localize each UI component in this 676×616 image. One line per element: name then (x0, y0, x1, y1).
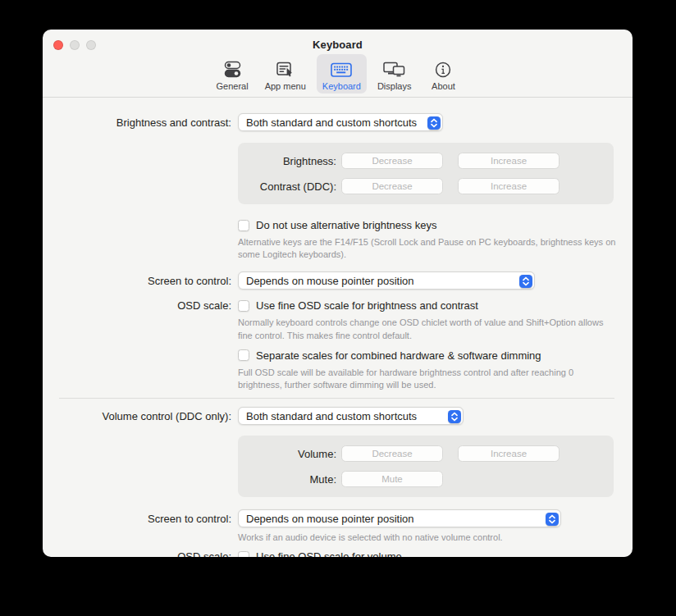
volume-key-label: Volume: (238, 448, 336, 460)
brightness-shortcuts-value: Both standard and custom shortcuts (246, 116, 417, 129)
keyboard-pane: Brightness and contrast: Both standard a… (43, 98, 633, 557)
brightness-screen-label: Screen to control: (43, 275, 231, 287)
brightness-shortcut-group: Brightness: Decrease Increase Contrast (… (238, 143, 614, 204)
volume-shortcuts-dropdown[interactable]: Both standard and custom shortcuts (238, 407, 464, 425)
mute-button[interactable]: Mute (341, 471, 443, 487)
volume-screen-row: Screen to control: Depends on mouse poin… (43, 509, 633, 527)
brightness-screen-dropdown[interactable]: Depends on mouse pointer position (238, 271, 535, 290)
brightness-osd-row: OSD scale: Use fine OSD scale for bright… (43, 299, 633, 312)
tab-general-label: General (217, 81, 249, 91)
chevron-updown-icon (427, 116, 441, 130)
info-icon (434, 59, 452, 80)
brightness-osd-label: OSD scale: (43, 299, 231, 312)
brightness-key-label: Brightness: (238, 155, 336, 167)
volume-osd-row: OSD scale: Use fine OSD scale for volume (43, 550, 633, 557)
toggles-icon (222, 59, 243, 80)
tab-keyboard-label: Keyboard (322, 81, 361, 91)
fine-osd-volume-checkbox[interactable] (238, 551, 249, 557)
contrast-increase-button[interactable]: Increase (458, 178, 560, 194)
alt-brightness-keys-label: Do not use alternative brightness keys (256, 219, 436, 231)
chevron-updown-icon (448, 410, 461, 423)
titlebar: Keyboard (43, 30, 633, 52)
tab-displays-label: Displays (377, 81, 412, 91)
brightness-screen-row: Screen to control: Depends on mouse poin… (43, 271, 633, 290)
fine-osd-brightness-help: Normally keyboard controls change one OS… (238, 317, 617, 341)
chevron-updown-icon (546, 513, 559, 526)
tab-general[interactable]: General (211, 54, 254, 94)
brightness-screen-value: Depends on mouse pointer position (246, 275, 414, 287)
volume-shortcuts-row: Volume control (DDC only): Both standard… (43, 407, 633, 425)
brightness-shortcuts-label: Brightness and contrast: (43, 116, 231, 129)
chevron-updown-icon (519, 275, 532, 288)
tab-app-menu[interactable]: App menu (259, 54, 312, 94)
window-controls (53, 40, 96, 50)
keyboard-icon (330, 59, 353, 80)
mute-key-label: Mute: (238, 473, 336, 486)
volume-shortcuts-value: Both standard and custom shortcuts (246, 410, 417, 422)
tab-keyboard[interactable]: Keyboard (317, 54, 367, 94)
contrast-key-label: Contrast (DDC): (238, 180, 336, 193)
volume-increase-button[interactable]: Increase (458, 445, 560, 462)
tab-displays[interactable]: Displays (372, 54, 418, 94)
volume-osd-label: OSD scale: (43, 550, 231, 557)
mute-key-row: Mute: Mute (238, 471, 614, 487)
tab-about[interactable]: About (422, 54, 464, 94)
separate-scales-help: Full OSD scale will be available for har… (238, 367, 617, 391)
brightness-decrease-button[interactable]: Decrease (341, 153, 443, 169)
close-button[interactable] (53, 40, 63, 50)
zoom-button (86, 40, 96, 50)
contrast-decrease-button[interactable]: Decrease (341, 178, 443, 194)
separate-scales-row: Separate scales for combined hardware & … (238, 349, 633, 362)
alt-brightness-keys-row: Do not use alternative brightness keys (238, 219, 633, 231)
volume-screen-help: Works if an audio device is selected wit… (238, 532, 617, 544)
window-title: Keyboard (313, 39, 363, 51)
displays-icon (382, 59, 406, 80)
contrast-key-row: Contrast (DDC): Decrease Increase (238, 178, 614, 194)
minimize-button (70, 40, 80, 50)
preferences-window: Keyboard General (43, 30, 633, 557)
volume-decrease-button[interactable]: Decrease (341, 445, 443, 462)
volume-screen-value: Depends on mouse pointer position (246, 513, 414, 525)
separate-scales-label: Separate scales for combined hardware & … (256, 349, 541, 362)
fine-osd-brightness-checkbox[interactable] (238, 300, 249, 312)
volume-shortcuts-label: Volume control (DDC only): (43, 410, 231, 422)
fine-osd-brightness-label: Use fine OSD scale for brightness and co… (256, 299, 478, 312)
separate-scales-checkbox[interactable] (238, 349, 249, 361)
volume-key-row: Volume: Decrease Increase (238, 445, 614, 462)
tab-app-menu-label: App menu (265, 81, 306, 91)
alt-brightness-keys-checkbox[interactable] (238, 220, 249, 231)
volume-shortcut-group: Volume: Decrease Increase Mute: Mute (238, 436, 614, 497)
brightness-increase-button[interactable]: Increase (458, 153, 560, 169)
fine-osd-volume-label: Use fine OSD scale for volume (256, 550, 402, 557)
toolbar: General App menu (43, 52, 633, 98)
tab-about-label: About (432, 81, 455, 91)
volume-screen-label: Screen to control: (43, 513, 231, 525)
volume-screen-dropdown[interactable]: Depends on mouse pointer position (238, 509, 561, 527)
menu-pointer-icon (276, 59, 295, 80)
brightness-key-row: Brightness: Decrease Increase (238, 153, 614, 169)
brightness-shortcuts-row: Brightness and contrast: Both standard a… (43, 113, 633, 131)
section-divider (59, 398, 614, 399)
alt-brightness-keys-help: Alternative keys are the F14/F15 (Scroll… (238, 236, 617, 261)
brightness-shortcuts-dropdown[interactable]: Both standard and custom shortcuts (238, 113, 443, 131)
